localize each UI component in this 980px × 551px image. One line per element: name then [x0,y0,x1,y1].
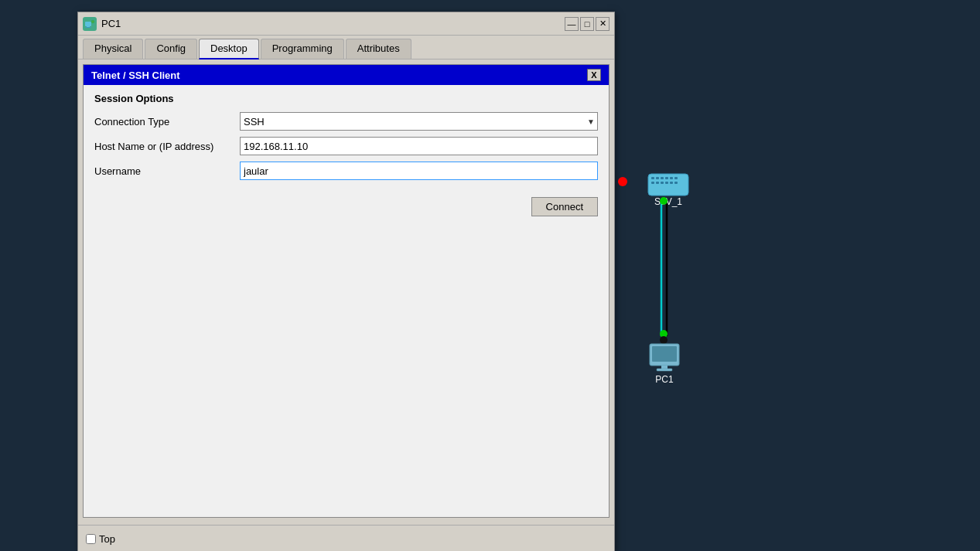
pc-label: PC1 [655,374,674,385]
svg-rect-6 [661,182,664,184]
svg-rect-4 [651,182,654,184]
pc-connector-dot [660,336,668,344]
switch-port1 [651,177,654,179]
svg-rect-5 [656,182,659,184]
switch-port3 [661,177,664,179]
network-diagram: S0V_1 PC1 [0,0,980,551]
switch-port5 [670,177,673,179]
switch-port4 [665,177,668,179]
top-green-dot [660,197,668,205]
svg-rect-9 [674,182,678,184]
svg-rect-7 [665,182,668,184]
pc-base [657,369,672,371]
svg-rect-8 [670,182,673,184]
red-indicator [618,177,627,186]
pc-screen [652,346,677,362]
switch-label: S0V_1 [654,196,682,207]
switch-body [648,174,688,196]
switch-port6 [674,177,678,179]
tab-desktop[interactable]: Desktop [199,39,259,60]
switch-port2 [656,177,659,179]
